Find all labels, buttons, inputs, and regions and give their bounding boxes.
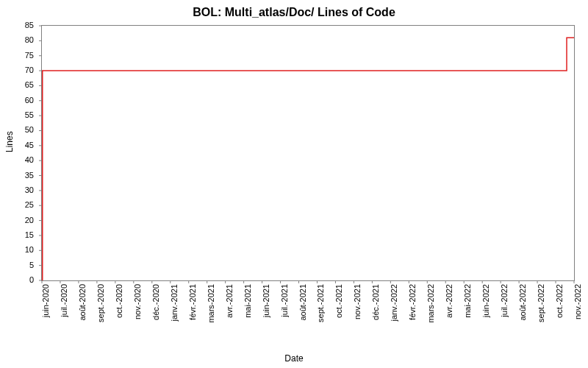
y-tick-label: 15 bbox=[25, 230, 34, 239]
chart-title: BOL: Multi_atlas/Doc/ Lines of Code bbox=[0, 0, 588, 19]
y-tick-label: 85 bbox=[25, 21, 34, 29]
x-tick-label: juil.-2020 bbox=[60, 284, 68, 317]
y-tick-label: 70 bbox=[25, 66, 34, 74]
y-tick-label: 20 bbox=[25, 216, 34, 224]
y-tick-label: 5 bbox=[29, 261, 34, 269]
x-tick-label: mars-2021 bbox=[207, 284, 215, 323]
y-tick-label: 45 bbox=[25, 141, 34, 149]
y-tick-label: 55 bbox=[25, 110, 34, 119]
y-tick-label: 30 bbox=[25, 185, 34, 194]
x-tick-label: juin-2021 bbox=[262, 284, 270, 317]
x-tick-label: nov.-2020 bbox=[133, 284, 142, 319]
y-axis-ticks: 0510152025303540455055606570758085 bbox=[0, 25, 38, 280]
data-series-line bbox=[43, 38, 574, 280]
x-tick-label: oct.-2022 bbox=[555, 284, 564, 318]
x-tick-label: juil.-2022 bbox=[500, 284, 509, 317]
x-tick-label: déc.-2021 bbox=[371, 284, 380, 320]
x-tick-label: sept.-2020 bbox=[96, 284, 105, 322]
x-tick-label: août-2020 bbox=[78, 284, 87, 321]
x-tick-label: mai-2021 bbox=[243, 284, 252, 318]
x-tick-label: nov.-2021 bbox=[353, 284, 362, 319]
plot-svg bbox=[42, 26, 574, 280]
x-tick-label: oct.-2021 bbox=[334, 284, 343, 318]
x-tick-label: déc.-2020 bbox=[151, 284, 160, 320]
y-tick-label: 0 bbox=[29, 275, 34, 284]
x-tick-label: sept.-2022 bbox=[537, 284, 545, 322]
y-tick-label: 10 bbox=[25, 245, 34, 254]
chart-container: BOL: Multi_atlas/Doc/ Lines of Code Line… bbox=[0, 0, 588, 368]
x-tick-label: nov.-2022 bbox=[573, 284, 582, 319]
x-tick-label: avr.-2021 bbox=[225, 284, 234, 318]
x-tick-label: sept.-2021 bbox=[316, 284, 325, 322]
y-tick-label: 65 bbox=[25, 80, 34, 89]
x-axis-label: Date bbox=[0, 353, 588, 364]
y-tick-label: 25 bbox=[25, 200, 34, 209]
x-tick-label: janv.-2022 bbox=[390, 284, 398, 322]
x-tick-label: févr.-2022 bbox=[408, 284, 417, 320]
y-tick-label: 75 bbox=[25, 51, 34, 60]
y-tick-label: 80 bbox=[25, 35, 34, 44]
y-tick-label: 50 bbox=[25, 125, 34, 134]
x-tick-label: avr.-2022 bbox=[445, 284, 453, 318]
y-tick-label: 40 bbox=[25, 155, 34, 164]
plot-area bbox=[41, 25, 575, 281]
x-tick-label: oct.-2020 bbox=[115, 284, 123, 318]
x-tick-label: mai-2022 bbox=[463, 284, 472, 318]
x-tick-label: août-2022 bbox=[518, 284, 527, 321]
x-axis-ticks: juin-2020juil.-2020août-2020sept.-2020oc… bbox=[41, 281, 573, 347]
x-tick-label: août-2021 bbox=[298, 284, 307, 321]
x-tick-label: mars-2022 bbox=[426, 284, 435, 323]
x-tick-label: févr.-2021 bbox=[188, 284, 197, 320]
x-tick-label: juil.-2021 bbox=[280, 284, 289, 317]
x-tick-label: janv.-2021 bbox=[170, 284, 179, 322]
y-tick-label: 35 bbox=[25, 171, 34, 180]
y-tick-label: 60 bbox=[25, 96, 34, 105]
x-tick-label: juin-2022 bbox=[481, 284, 490, 317]
x-tick-label: juin-2020 bbox=[41, 284, 50, 317]
